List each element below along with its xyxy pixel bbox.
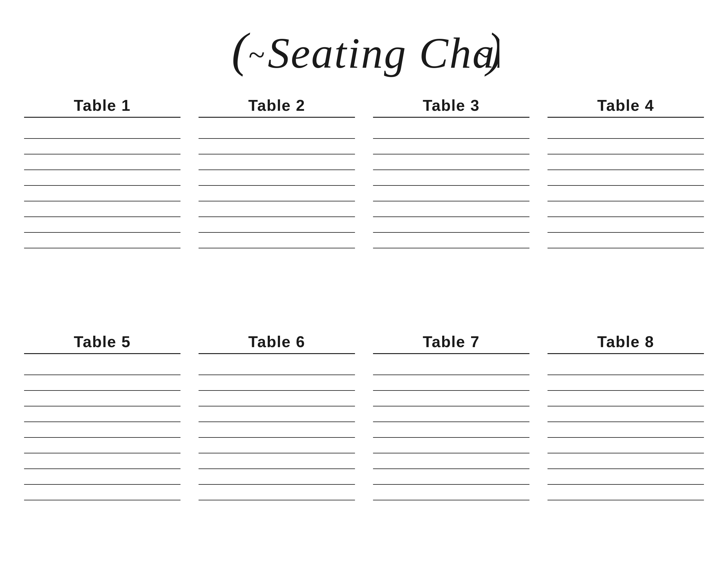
table-line xyxy=(24,485,180,500)
table-line xyxy=(373,217,529,233)
table-4-title: Table 4 xyxy=(548,96,704,114)
table-line xyxy=(373,201,529,217)
table-line xyxy=(373,139,529,154)
table-line xyxy=(24,154,180,170)
table-line xyxy=(24,201,180,217)
table-8-lines xyxy=(548,360,704,500)
table-1-header: Table 1 xyxy=(24,96,180,118)
table-line xyxy=(373,123,529,139)
table-line xyxy=(24,438,180,453)
table-line xyxy=(199,217,355,233)
table-line xyxy=(373,438,529,453)
table-8-title: Table 8 xyxy=(548,333,704,351)
table-line xyxy=(548,391,704,407)
table-section-1: Table 1 xyxy=(24,96,180,309)
table-2-header: Table 2 xyxy=(199,96,355,118)
table-6-title: Table 6 xyxy=(199,333,355,351)
table-line xyxy=(199,201,355,217)
table-line xyxy=(548,485,704,500)
table-2-title: Table 2 xyxy=(199,96,355,114)
table-line xyxy=(548,453,704,469)
table-line xyxy=(548,407,704,422)
table-1-title: Table 1 xyxy=(24,96,180,114)
table-4-header: Table 4 xyxy=(548,96,704,118)
table-line xyxy=(373,453,529,469)
table-line xyxy=(548,154,704,170)
table-line xyxy=(373,360,529,375)
tables-container: Table 1 Table 2 xyxy=(24,96,704,545)
table-6-header: Table 6 xyxy=(199,333,355,354)
table-line xyxy=(24,139,180,154)
table-line xyxy=(199,154,355,170)
table-line xyxy=(24,391,180,407)
table-line xyxy=(373,154,529,170)
table-section-8: Table 8 xyxy=(548,333,704,545)
table-7-title: Table 7 xyxy=(373,333,529,351)
table-8-header: Table 8 xyxy=(548,333,704,354)
table-6-lines xyxy=(199,360,355,500)
table-5-header: Table 5 xyxy=(24,333,180,354)
table-line xyxy=(548,123,704,139)
title-area: ( ~ Seating Chart ~ ) xyxy=(24,18,704,78)
table-7-header: Table 7 xyxy=(373,333,529,354)
table-5-title: Table 5 xyxy=(24,333,180,351)
table-section-7: Table 7 xyxy=(373,333,529,545)
table-line xyxy=(548,186,704,201)
table-line xyxy=(373,375,529,391)
table-4-lines xyxy=(548,123,704,248)
table-section-4: Table 4 xyxy=(548,96,704,309)
table-line xyxy=(199,123,355,139)
table-5-lines xyxy=(24,360,180,500)
table-line xyxy=(373,186,529,201)
table-line xyxy=(24,233,180,248)
table-line xyxy=(24,453,180,469)
table-line xyxy=(199,485,355,500)
table-line xyxy=(373,391,529,407)
page: ( ~ Seating Chart ~ ) Table 1 xyxy=(0,0,728,563)
table-line xyxy=(199,233,355,248)
table-3-lines xyxy=(373,123,529,248)
table-line xyxy=(548,139,704,154)
table-line xyxy=(199,139,355,154)
svg-text:~: ~ xyxy=(248,38,266,71)
table-line xyxy=(548,170,704,186)
table-line xyxy=(24,469,180,485)
table-line xyxy=(24,407,180,422)
table-line xyxy=(548,201,704,217)
table-line xyxy=(199,453,355,469)
table-7-lines xyxy=(373,360,529,500)
page-title: ( ~ Seating Chart ~ ) xyxy=(229,18,499,78)
table-line xyxy=(24,186,180,201)
table-line xyxy=(199,360,355,375)
table-line xyxy=(24,360,180,375)
table-line xyxy=(548,469,704,485)
table-line xyxy=(548,422,704,438)
table-line xyxy=(373,170,529,186)
table-3-header: Table 3 xyxy=(373,96,529,118)
table-line xyxy=(373,485,529,500)
tables-row-2: Table 5 Table 6 xyxy=(24,333,704,545)
table-1-lines xyxy=(24,123,180,248)
tables-row-1: Table 1 Table 2 xyxy=(24,96,704,309)
title-svg: ( ~ Seating Chart ~ ) xyxy=(229,18,499,78)
table-line xyxy=(548,438,704,453)
table-line xyxy=(24,217,180,233)
table-3-title: Table 3 xyxy=(373,96,529,114)
table-section-3: Table 3 xyxy=(373,96,529,309)
table-line xyxy=(24,170,180,186)
table-line xyxy=(373,469,529,485)
table-line xyxy=(548,217,704,233)
svg-text:Seating Chart: Seating Chart xyxy=(268,29,499,77)
table-2-lines xyxy=(199,123,355,248)
svg-text:(: ( xyxy=(232,23,250,77)
table-section-6: Table 6 xyxy=(199,333,355,545)
table-line xyxy=(199,438,355,453)
table-line xyxy=(373,422,529,438)
table-line xyxy=(199,170,355,186)
table-line xyxy=(548,360,704,375)
table-line xyxy=(548,233,704,248)
table-line xyxy=(199,391,355,407)
table-section-2: Table 2 xyxy=(199,96,355,309)
table-line xyxy=(24,375,180,391)
table-line xyxy=(199,186,355,201)
